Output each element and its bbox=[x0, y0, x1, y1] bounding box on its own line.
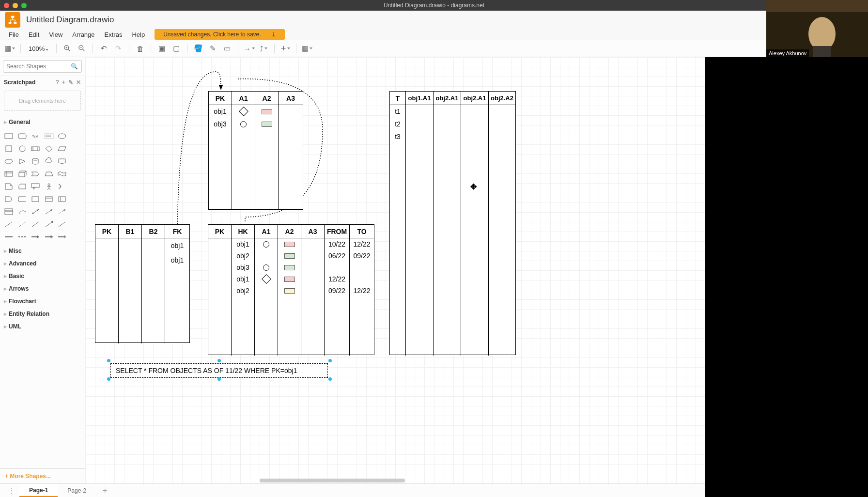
view-mode-button[interactable]: ▦ bbox=[4, 43, 16, 54]
diagram-table-3[interactable]: PK HK A1 A2 A3 FROM TO obj1 10 bbox=[208, 224, 374, 355]
section-flowchart[interactable]: ▸Flowchart bbox=[0, 295, 85, 308]
menu-view[interactable]: View bbox=[45, 30, 66, 39]
shape-text[interactable]: Text bbox=[30, 130, 41, 142]
insert-button[interactable]: + bbox=[279, 43, 291, 54]
shape-note[interactable] bbox=[3, 181, 15, 192]
section-uml[interactable]: ▸UML bbox=[0, 320, 85, 333]
scratchpad-dropzone[interactable]: Drag elements here bbox=[4, 91, 81, 111]
menu-arrange[interactable]: Arrange bbox=[68, 30, 98, 39]
shape-diamond[interactable] bbox=[43, 143, 55, 155]
shape-cylinder[interactable] bbox=[30, 155, 41, 167]
page-tab-1[interactable]: Page-1 bbox=[19, 484, 58, 497]
shape-connector5[interactable] bbox=[56, 231, 68, 243]
shape-arrow-bi[interactable] bbox=[30, 206, 41, 217]
delete-button[interactable]: 🗑 bbox=[134, 43, 146, 54]
menu-edit[interactable]: Edit bbox=[25, 30, 43, 39]
video-thumbnail[interactable]: Alexey Akhunov bbox=[766, 0, 868, 57]
to-front-button[interactable]: ▣ bbox=[156, 43, 168, 54]
shape-triangle[interactable] bbox=[16, 155, 28, 167]
shape-cube[interactable] bbox=[16, 168, 28, 180]
more-shapes-button[interactable]: + More Shapes... bbox=[0, 468, 85, 483]
scratchpad-label[interactable]: Scratchpad bbox=[4, 79, 35, 86]
shape-rect[interactable] bbox=[3, 130, 15, 142]
shape-hexagon[interactable] bbox=[3, 155, 15, 167]
shape-arrow[interactable] bbox=[43, 206, 55, 217]
section-advanced[interactable]: ▸Advanced bbox=[0, 257, 85, 270]
close-window-button[interactable] bbox=[4, 3, 9, 8]
shadow-button[interactable]: ▭ bbox=[221, 43, 233, 54]
minimize-window-button[interactable] bbox=[13, 3, 18, 8]
horizontal-scrollbar[interactable] bbox=[260, 479, 405, 482]
canvas[interactable]: PK A1 A2 A3 obj1 obj3 bbox=[85, 57, 768, 483]
shape-trapezoid[interactable] bbox=[43, 168, 55, 180]
shape-square[interactable] bbox=[3, 143, 15, 155]
shape-rounded[interactable] bbox=[16, 130, 28, 142]
to-back-button[interactable]: ▢ bbox=[170, 43, 182, 54]
shape-dashed-arrow[interactable] bbox=[56, 206, 68, 217]
diagram-table-1[interactable]: PK A1 A2 A3 obj1 obj3 bbox=[208, 91, 303, 210]
section-general[interactable]: ▸General bbox=[0, 116, 85, 128]
file-title[interactable]: Untitled Diagram.drawio bbox=[26, 15, 114, 25]
scratchpad-edit-icon[interactable]: ✎ bbox=[68, 79, 73, 86]
menu-extras[interactable]: Extras bbox=[101, 30, 126, 39]
page-menu-button[interactable]: ⋮ bbox=[4, 487, 19, 494]
shape-line4[interactable] bbox=[56, 218, 68, 230]
maximize-window-button[interactable] bbox=[21, 3, 27, 8]
shape-connector2[interactable] bbox=[16, 231, 28, 243]
zoom-in-button[interactable] bbox=[62, 43, 73, 54]
menu-file[interactable]: File bbox=[5, 30, 23, 39]
connection-button[interactable]: → bbox=[243, 43, 255, 54]
sql-text-box[interactable]: SELECT * FROM OBJECTS AS OF 11/22 WHERE … bbox=[110, 363, 328, 378]
shape-datastore[interactable] bbox=[16, 193, 28, 205]
shape-curve[interactable] bbox=[16, 206, 28, 217]
diagram-table-2[interactable]: PK B1 B2 FK obj1 o bbox=[95, 224, 190, 343]
redo-button[interactable]: ↷ bbox=[112, 43, 124, 54]
shape-connector1[interactable] bbox=[3, 231, 15, 243]
page-tab-2[interactable]: Page-2 bbox=[58, 485, 96, 497]
undo-button[interactable]: ↶ bbox=[98, 43, 109, 54]
search-shapes-input[interactable] bbox=[3, 60, 82, 73]
shape-line3[interactable] bbox=[43, 218, 55, 230]
shape-connector3[interactable] bbox=[30, 231, 41, 243]
table-button[interactable]: ▦ bbox=[301, 43, 313, 54]
shape-and[interactable] bbox=[3, 193, 15, 205]
shape-circle[interactable] bbox=[16, 143, 28, 155]
shape-ellipse[interactable] bbox=[56, 130, 68, 142]
waypoint-button[interactable]: ⤴ bbox=[258, 43, 269, 54]
zoom-level[interactable]: 100% bbox=[26, 45, 51, 52]
diagram-table-4[interactable]: T obj1.A1 obj2.A1 obj2.A1 obj2.A2 t1 bbox=[389, 91, 516, 355]
zoom-out-button[interactable] bbox=[76, 43, 88, 54]
shape-connector4[interactable] bbox=[43, 231, 55, 243]
shape-actor[interactable] bbox=[43, 181, 55, 192]
shape-line[interactable] bbox=[3, 218, 15, 230]
shape-step[interactable] bbox=[30, 168, 41, 180]
shape-internal[interactable] bbox=[3, 168, 15, 180]
shape-line2[interactable] bbox=[30, 218, 41, 230]
section-arrows[interactable]: ▸Arrows bbox=[0, 282, 85, 295]
scratchpad-close-icon[interactable]: ✕ bbox=[76, 79, 81, 86]
save-notice-button[interactable]: Unsaved changes. Click here to save. ⤓ bbox=[155, 29, 284, 40]
shape-card[interactable] bbox=[16, 181, 28, 192]
shape-textbox[interactable] bbox=[43, 130, 55, 142]
shape-rect3[interactable] bbox=[43, 193, 55, 205]
scratchpad-help-icon[interactable]: ? bbox=[56, 79, 59, 86]
shape-rect4[interactable] bbox=[56, 193, 68, 205]
section-misc[interactable]: ▸Misc bbox=[0, 245, 85, 257]
shape-or[interactable] bbox=[56, 181, 68, 192]
shape-rect2[interactable] bbox=[30, 193, 41, 205]
line-color-button[interactable]: ✎ bbox=[207, 43, 218, 54]
shape-cloud[interactable] bbox=[43, 155, 55, 167]
shape-parallelogram[interactable] bbox=[56, 143, 68, 155]
menu-help[interactable]: Help bbox=[128, 30, 149, 39]
section-basic[interactable]: ▸Basic bbox=[0, 270, 85, 282]
shape-list[interactable] bbox=[3, 206, 15, 217]
shape-process[interactable] bbox=[30, 143, 41, 155]
fill-color-button[interactable]: 🪣 bbox=[192, 43, 204, 54]
scratchpad-add-icon[interactable]: + bbox=[62, 79, 65, 86]
shape-callout[interactable] bbox=[30, 181, 41, 192]
shape-dashed-line[interactable] bbox=[16, 218, 28, 230]
shape-document[interactable] bbox=[56, 155, 68, 167]
section-entity[interactable]: ▸Entity Relation bbox=[0, 308, 85, 320]
add-page-button[interactable]: + bbox=[96, 486, 114, 495]
shape-tape[interactable] bbox=[56, 168, 68, 180]
